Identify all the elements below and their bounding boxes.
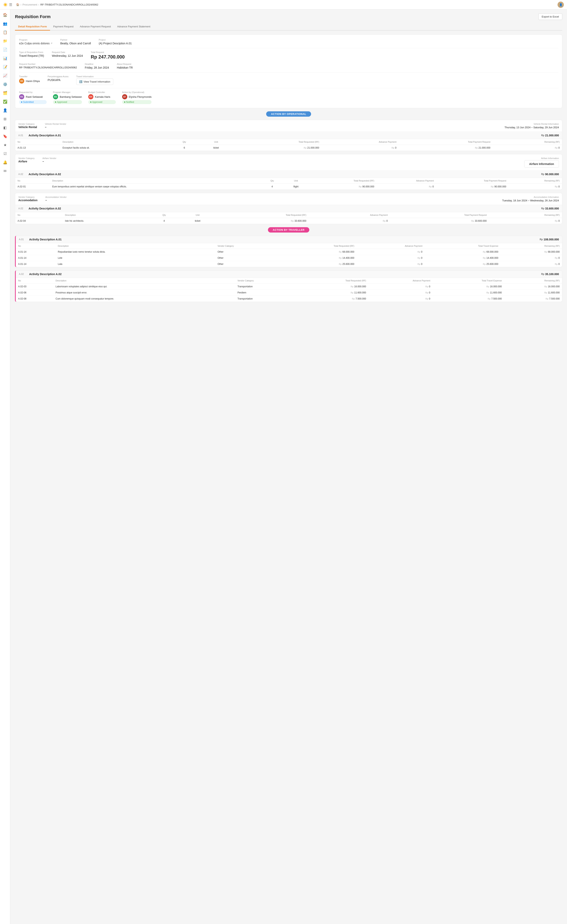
col-remaining: Remaining (RF) [493, 139, 562, 145]
program-manager-info: BS Bambang Setiawan [53, 94, 82, 99]
cell-advance: Rp0 [368, 284, 433, 290]
col-total-requested: Total Requested (RF) [234, 139, 321, 145]
deadline-value: Friday, 28 Jun 2024 [85, 66, 109, 69]
sidebar-item-bookmark[interactable]: 🔖 [1, 132, 9, 140]
cell-remaining: Rp11.600.000 [504, 290, 562, 296]
col-total-requested-ac: Total Requested (RF) [216, 212, 309, 218]
section-accomodation: Vendor Category Accomodation Accomodatio… [15, 193, 562, 224]
menu-icon[interactable]: ☰ [9, 3, 12, 7]
action-by-avatar: EF [122, 94, 127, 99]
col-description-af: Description [50, 178, 261, 184]
traveller-a02-table: No Description Vendor Category Total Req… [16, 278, 562, 302]
request-date-label: Request Date [52, 51, 83, 53]
airfare-info-button[interactable]: Airfare Information [524, 160, 559, 168]
activity-code-a02-airfare: A.02 [18, 173, 26, 176]
cell-travel-expense: Rp16.000.000 [433, 284, 504, 290]
sidebar-item-settings[interactable]: ⚙️ [1, 80, 9, 88]
program-label: Program [19, 39, 52, 41]
cell-advance: Rp0 [309, 218, 390, 224]
cell-travel-expense: Rp68.000.000 [425, 249, 501, 255]
program-value: e2e Culpa omnis dolores ↗ [19, 42, 52, 45]
vehicle-items-table: No Description Qty Unit Total Requested … [15, 139, 562, 151]
vehicle-vendor-category-field: Vendor Category Vehicle Rental [18, 123, 37, 129]
sidebar-item-star[interactable]: ★ [1, 141, 9, 149]
request-number-value: RF-TR/BEATTY,OLSONANDCARROLL/2024/0062 [19, 66, 77, 69]
activity-name-t-a02: Activity Description A.02 [29, 273, 541, 276]
cell-remaining: Rp7.500.000 [504, 296, 562, 302]
sidebar-item-form[interactable]: 📝 [1, 63, 9, 71]
field-about-request: About Request Habiskan TR [117, 63, 133, 69]
program-manager-avatar: BS [53, 94, 58, 99]
sidebar-item-user[interactable]: 👤 [1, 106, 9, 114]
cell-remaining: Rp0 [493, 145, 562, 151]
sidebar-item-layers[interactable]: ◧ [1, 124, 9, 132]
col-qty-af: Qty [261, 178, 283, 184]
field-program-manager: Program Manager BS Bambang Setiawan Appr… [53, 91, 82, 104]
table-row: A.01-14 Lala Other Rp25.600.000 Rp0 Rp25… [16, 261, 562, 267]
traveller-label: Traveller [19, 75, 40, 78]
external-link-icon: ↗ [50, 42, 52, 45]
event-label: Penyelenggara Acara [48, 75, 68, 78]
accomodation-items-table: No Description Qty Unit Total Requested … [15, 212, 562, 224]
submitted-text: Submitted [23, 101, 34, 104]
tab-advance-payment[interactable]: Advance Payment Request [76, 23, 114, 30]
sidebar-item-bell[interactable]: 🔔 [1, 158, 9, 166]
cell-no: A.02-04 [15, 218, 63, 224]
field-deadline: Deadline Friday, 28 Jun 2024 [85, 63, 109, 69]
request-number-label: Request Number [19, 63, 77, 65]
tab-detail-requisition[interactable]: Detail Requisition Form [15, 23, 50, 30]
table-row: A.02-08 Cum doloremque quisquam modi con… [16, 296, 562, 302]
cell-qty: 6 [170, 145, 198, 151]
sidebar-item-chart[interactable]: 📊 [1, 54, 9, 62]
budget-controller-avatar: KH [88, 94, 93, 99]
travel-info-btn-text: View Travel Information [84, 80, 110, 83]
cell-description: Eum temporibus animi repellat similique … [50, 184, 261, 190]
breadcrumb-procurement[interactable]: Procurement [22, 3, 37, 6]
col-description-t1: Description [56, 243, 215, 249]
sidebar-item-list[interactable]: 📄 [1, 46, 9, 54]
table-header-row: No Description Qty Unit Total Requested … [15, 139, 562, 145]
accomodation-info-date: Tuesday, 18 Jun 2024 – Wednesday, 26 Jun… [502, 199, 559, 202]
budget-controller-name: Kamala Haris [95, 95, 110, 98]
col-no-ac: No [15, 212, 63, 218]
col-description-t2: Description [53, 278, 235, 284]
sidebar-item-report[interactable]: 📈 [1, 72, 9, 80]
requested-by-name: Rasti Setiawati [26, 95, 43, 98]
export-button[interactable]: Export to Excel [538, 14, 562, 20]
cell-travel-expense: Rp14.400.000 [425, 255, 501, 261]
cell-description: Excepturi facilis soluta sit. [60, 145, 170, 151]
cell-vendor-cat: Transportation [235, 296, 296, 302]
sidebar-item-users[interactable]: 👥 [1, 20, 9, 28]
tab-advance-statement[interactable]: Advance Payment Statement [114, 23, 153, 30]
home-icon[interactable]: 🏠 [16, 3, 19, 6]
sidebar-item-folder[interactable]: 📁 [1, 37, 9, 45]
col-unit-ac: Unit [179, 212, 216, 218]
accomodation-vendor-category-label: Vendor Category [18, 196, 38, 198]
field-request-date: Request Date Wednesday, 12 Jun 2024 [52, 51, 83, 60]
accomodation-header: Vendor Category Accomodation Accomodatio… [15, 193, 562, 205]
cell-unit: ticket [198, 145, 234, 151]
sidebar-item-archive[interactable]: 🗂️ [1, 89, 9, 97]
col-travel-expense-t1: Total Travel Expense [425, 243, 501, 249]
activity-amount-a01-vehicle: Rp 21.000.000 [541, 134, 559, 137]
sidebar-item-task[interactable]: ✅ [1, 98, 9, 106]
project-label: Project [99, 39, 132, 41]
table-header-row-airfare: No Description Qty Unit Total Requested … [15, 178, 562, 184]
sidebar-item-document[interactable]: 📋 [1, 28, 9, 36]
col-total-requested-af: Total Requested (RF) [309, 178, 376, 184]
cell-advance: Rp0 [321, 145, 399, 151]
vehicle-rental-header: Vendor Category Vehicle Rental Vehicle R… [15, 120, 562, 132]
sidebar-item-check[interactable]: ☑ [1, 150, 9, 158]
accomodation-vendor-field: Accomodation Vendor – [45, 196, 67, 202]
cell-qty: 4 [261, 184, 283, 190]
sidebar-item-grid[interactable]: ⊞ [1, 115, 9, 123]
travel-info-label: Travel Information [76, 75, 113, 78]
tab-payment-request[interactable]: Payment Request [50, 23, 76, 30]
view-travel-info-button[interactable]: ℹ️ View Travel Information [76, 78, 113, 85]
sidebar-item-home[interactable]: 🏠 [1, 11, 9, 19]
traveller-name: Hanin Dhiya [26, 80, 40, 82]
avatar[interactable]: 👤 [558, 2, 564, 8]
activity-row-a02-airfare: A.02 Activity Description A.02 Rp 90.000… [15, 171, 562, 178]
requested-by-label: Requested by [19, 91, 47, 93]
sidebar-item-mail[interactable]: ✉ [1, 167, 9, 175]
